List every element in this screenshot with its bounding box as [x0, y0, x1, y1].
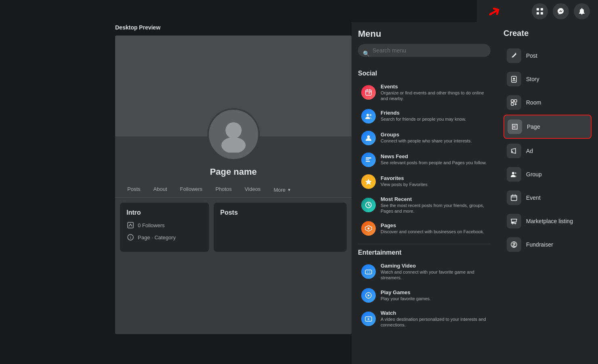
cover-photo: [115, 36, 352, 136]
svg-rect-2: [537, 12, 539, 15]
pages-icon: [361, 221, 376, 236]
grid-icon-button[interactable]: [532, 3, 548, 19]
svg-point-34: [512, 224, 513, 224]
create-group-label: Group: [526, 171, 542, 178]
svg-point-11: [370, 114, 372, 116]
chevron-down-icon: ▼: [287, 188, 291, 192]
nav-videos[interactable]: Videos: [239, 182, 267, 197]
menu-divider: [358, 244, 491, 244]
create-post-label: Post: [526, 52, 537, 59]
info-icon: i: [126, 233, 135, 241]
newsfeed-text: News Feed See relevant posts from people…: [381, 153, 487, 165]
svg-point-32: [515, 172, 516, 174]
watch-icon: [361, 312, 376, 326]
menu-panel: Menu 🔍 Social Events Organize or find ev…: [352, 22, 497, 364]
create-story-label: Story: [526, 76, 539, 82]
playgames-text: Play Games Play your favorite games.: [381, 289, 487, 301]
create-group-icon: [507, 167, 521, 182]
posts-title: Posts: [220, 209, 340, 216]
menu-item-playgames[interactable]: Play Games Play your favorite games.: [358, 285, 491, 306]
nav-photos[interactable]: Photos: [210, 182, 237, 197]
create-room-label: Room: [526, 99, 541, 106]
svg-rect-29: [511, 103, 514, 105]
svg-rect-1: [541, 8, 543, 10]
create-room-icon: [507, 95, 521, 110]
pages-text: Pages Discover and connect with business…: [381, 222, 487, 234]
svg-point-21: [369, 272, 370, 272]
search-menu-icon: 🔍: [363, 50, 370, 57]
create-marketplace-icon: [507, 214, 521, 228]
svg-rect-14: [366, 159, 369, 160]
create-marketplace-label: Marketplace listing: [526, 218, 573, 224]
create-title: Create: [503, 29, 592, 38]
create-page-item[interactable]: Page: [503, 115, 592, 139]
svg-rect-13: [366, 157, 371, 159]
svg-rect-28: [514, 100, 517, 102]
social-section-title: Social: [358, 70, 491, 77]
favorites-icon: [361, 174, 376, 189]
friends-icon: [361, 109, 376, 123]
create-event-item[interactable]: Event: [503, 186, 592, 209]
entertainment-section-title: Entertainment: [358, 249, 491, 256]
gaming-text: Gaming Video Watch and connect with your…: [381, 263, 487, 281]
create-post-item[interactable]: Post: [503, 44, 592, 67]
svg-point-5: [221, 137, 246, 153]
create-ad-item[interactable]: Ad: [503, 140, 592, 162]
page-preview: Page name Posts About Followers Photos V…: [115, 36, 352, 334]
nav-about[interactable]: About: [148, 182, 173, 197]
mostrecent-text: Most Recent See the most recent posts fr…: [381, 196, 487, 214]
page-content: Intro 0 Followers i Page · Categ: [115, 198, 352, 257]
create-fundraiser-item[interactable]: Fundraiser: [503, 233, 592, 256]
create-marketplace-item[interactable]: Marketplace listing: [503, 210, 592, 232]
gaming-icon: [361, 264, 376, 279]
playgames-icon: [361, 288, 376, 303]
profile-pic-container: [207, 108, 260, 161]
create-group-item[interactable]: Group: [503, 163, 592, 186]
search-menu-wrapper: 🔍: [358, 44, 491, 63]
svg-point-10: [366, 114, 369, 116]
svg-point-31: [512, 172, 514, 174]
groups-icon: [361, 131, 376, 145]
events-text: Events Organize or find events and other…: [381, 84, 487, 102]
svg-point-25: [513, 78, 515, 80]
create-ad-icon: [507, 144, 521, 158]
menu-item-pages[interactable]: Pages Discover and connect with business…: [358, 218, 491, 239]
page-name: Page name: [115, 167, 352, 177]
page-category: Page · Category: [138, 234, 176, 241]
menu-item-favorites[interactable]: Favorites View posts by Favorites: [358, 171, 491, 192]
menu-item-mostrecent[interactable]: Most Recent See the most recent posts fr…: [358, 193, 491, 218]
svg-point-35: [515, 224, 516, 224]
menu-item-gaming[interactable]: Gaming Video Watch and connect with your…: [358, 259, 491, 284]
svg-rect-9: [366, 90, 371, 95]
menu-item-events[interactable]: Events Organize or find events and other…: [358, 80, 491, 105]
menu-item-groups[interactable]: Groups Connect with people who share you…: [358, 128, 491, 149]
category-intro-item: i Page · Category: [126, 233, 202, 241]
mostrecent-icon: [361, 198, 376, 212]
messenger-icon-button[interactable]: [553, 3, 569, 19]
events-icon: [361, 85, 376, 100]
menu-item-friends[interactable]: Friends Search for friends or people you…: [358, 106, 491, 127]
desktop-preview-label: Desktop Preview: [115, 24, 160, 31]
search-menu-input[interactable]: [358, 44, 491, 57]
svg-marker-16: [365, 179, 372, 185]
menu-item-watch[interactable]: Watch A video destination personalized t…: [358, 307, 491, 331]
create-room-item[interactable]: Room: [503, 91, 592, 114]
create-fundraiser-icon: [507, 237, 521, 252]
svg-point-12: [367, 135, 370, 138]
followers-intro-item: 0 Followers: [126, 221, 202, 229]
posts-section: Posts: [214, 203, 347, 252]
followers-count: 0 Followers: [138, 222, 164, 228]
notifications-icon-button[interactable]: [574, 3, 590, 19]
create-story-item[interactable]: Story: [503, 68, 592, 90]
nav-posts[interactable]: Posts: [122, 182, 146, 197]
friends-text: Friends Search for friends or people you…: [381, 110, 487, 122]
menu-item-newsfeed[interactable]: News Feed See relevant posts from people…: [358, 149, 491, 170]
create-ad-label: Ad: [526, 148, 533, 154]
menu-title: Menu: [358, 29, 491, 39]
create-event-label: Event: [526, 195, 541, 201]
svg-point-4: [225, 122, 242, 138]
nav-followers[interactable]: Followers: [175, 182, 208, 197]
svg-rect-20: [365, 270, 372, 274]
nav-more[interactable]: More ▼: [268, 183, 297, 197]
create-page-icon: [507, 119, 522, 134]
